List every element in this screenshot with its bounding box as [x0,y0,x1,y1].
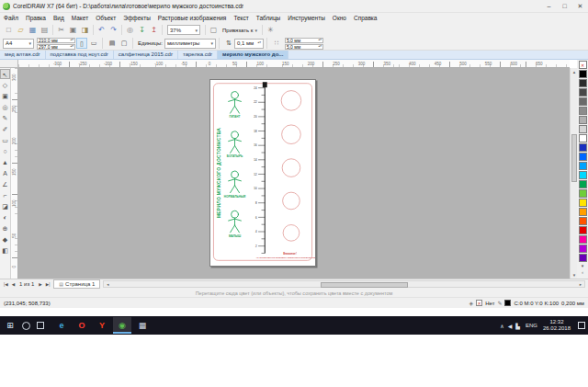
palette-swatch-ff00a0[interactable] [579,235,587,244]
zoom-level-select[interactable]: 37%▾ [167,25,200,35]
first-page-button[interactable]: |◀ [2,282,10,287]
task-view-icon[interactable] [37,322,44,329]
drawing-canvas[interactable]: 24681012141618202224ГИГАНТБОГАТЫРЬНОРМАЛ… [18,68,570,279]
cut-icon[interactable]: ✂ [55,24,67,36]
palette-swatch-484848[interactable] [579,88,587,97]
document-page[interactable]: 24681012141618202224ГИГАНТБОГАТЫРЬНОРМАЛ… [209,79,316,267]
palette-swatch-00a550[interactable] [579,180,587,188]
previous-page-button[interactable]: ◀ [10,282,17,287]
page-size-preset-select[interactable]: A4 ▾ [3,39,34,49]
palette-swatch-ff5400[interactable] [579,217,587,225]
outline-color-swatch[interactable] [504,300,511,306]
document-tab-1[interactable]: мед алтая.cdr [0,51,46,59]
menu-item-2[interactable]: Правка [22,13,50,23]
snap-to-dropdown[interactable]: Привязать к▾ [220,25,260,35]
vertical-ruler[interactable]: 300250200150100500 [11,68,18,279]
copy-icon[interactable]: ▣ [67,24,79,36]
menu-item-10[interactable]: Инструменты [284,13,329,23]
stepper-icon[interactable]: ▴▾ [318,39,322,42]
palette-swatch-b400d8[interactable] [579,245,587,253]
action-center-icon[interactable] [578,322,585,329]
coreldraw-taskbar-icon[interactable]: ◉ [113,317,131,334]
units-select[interactable]: миллиметры ▾ [164,39,216,49]
document-tab-2[interactable]: подставка под ноут.cdr [46,51,114,59]
drop-shadow-tool[interactable]: ◪ [0,201,10,211]
zoom-tool[interactable]: ◎ [0,102,10,112]
polygon-tool[interactable]: ▲ [0,157,10,167]
horizontal-scroll-thumb[interactable] [321,282,408,288]
menu-item-1[interactable]: Файл [0,13,22,23]
palette-swatch-00a3ff[interactable] [579,162,587,170]
rectangle-tool[interactable]: ▭ [0,135,10,145]
fill-none-swatch[interactable]: ✕ [476,300,482,306]
search-content-icon[interactable]: ◎ [124,24,136,36]
menu-item-3[interactable]: Вид [50,13,68,23]
vertical-scroll-thumb[interactable] [571,134,577,182]
maximize-button[interactable]: □ [557,0,572,12]
palette-swatch-none[interactable]: ✕ [579,61,587,69]
import-icon[interactable]: ↧ [136,24,148,36]
dimension-tool[interactable]: ∠ [0,179,10,189]
menu-item-9[interactable]: Таблицы [253,13,285,23]
palette-swatch-2b2b2b[interactable] [579,79,587,87]
start-button[interactable]: ⊞ [0,316,20,335]
stepper-icon[interactable]: ▴▾ [318,45,322,49]
palette-swatch-6a00b8[interactable] [579,254,587,262]
next-page-button[interactable]: ▶ [37,282,43,287]
palette-scroll-button[interactable]: ▾ [579,263,587,269]
nudge-offset-field[interactable]: 0,1 мм ▴▾ [234,39,264,49]
menu-item-8[interactable]: Текст [230,13,252,23]
language-indicator[interactable]: ENG [526,323,537,328]
menu-item-11[interactable]: Окно [329,13,350,23]
menu-item-4[interactable]: Макет [68,13,92,23]
portrait-orientation-button[interactable]: ▯ [76,38,87,49]
palette-swatch-ffe500[interactable] [579,199,587,207]
artistic-media-tool[interactable]: ✐ [0,124,10,134]
duplicate-y-field[interactable]: 5,0 мм ▴▾ [285,44,323,50]
export-icon[interactable]: ↥ [148,24,160,36]
text-tool[interactable]: А [0,168,10,178]
edge-browser-icon[interactable]: e [52,317,71,334]
palette-swatch-000000[interactable] [579,70,587,78]
fullscreen-preview-icon[interactable]: ▢ [208,24,220,36]
file-explorer-icon[interactable]: ▦ [133,317,152,334]
opera-browser-icon[interactable]: O [73,317,91,334]
interactive-fill-tool[interactable]: ◧ [0,245,10,256]
palette-swatch-0066ff[interactable] [579,153,587,161]
document-tab-5[interactable]: мерило мужского до... [218,51,288,59]
scroll-left-arrow[interactable]: ◂ [104,281,111,288]
duplicate-x-field[interactable]: 5,0 мм ▴▾ [285,38,323,43]
new-document-icon[interactable]: □ [3,24,15,36]
network-icon[interactable]: ▙ [515,323,520,329]
color-eyedropper-tool[interactable]: ⊕ [0,223,10,233]
last-page-button[interactable]: ▶| [44,282,52,287]
current-page-layout-button[interactable]: ▢ [119,38,130,49]
horizontal-scrollbar[interactable]: ◂ ▸ [103,280,585,288]
vertical-scrollbar[interactable]: ▴ ▾ [570,68,577,279]
ruler-origin-button[interactable] [0,60,18,68]
palette-swatch-e60000[interactable] [579,226,587,234]
pick-tool[interactable]: ↖ [0,69,10,79]
palette-swatch-6a6a6a[interactable] [579,97,587,106]
search-icon[interactable] [22,322,30,330]
stepper-icon[interactable]: ▴▾ [70,45,74,49]
landscape-orientation-button[interactable]: ▭ [88,38,99,49]
close-button[interactable]: ✕ [572,0,588,12]
all-pages-layout-button[interactable]: ▤ [107,38,118,49]
menu-item-12[interactable]: Справка [350,13,381,23]
palette-swatch-ff9e00[interactable] [579,208,587,216]
transparency-tool[interactable]: ◐ [0,212,10,222]
document-tab-3[interactable]: салфетница 2015.cdr [114,51,178,59]
page-tab[interactable]: ▤ Страница 1 [53,279,100,289]
document-tab-4[interactable]: тарелка.cdr [178,51,218,59]
palette-flyout-button[interactable]: ‹ [579,269,587,276]
menu-item-7[interactable]: Растровые изображения [154,13,231,23]
redo-icon[interactable]: ↷ [107,24,119,36]
stepper-icon[interactable]: ▴▾ [257,41,261,45]
palette-swatch-8c8c8c[interactable] [579,107,587,115]
horizontal-ruler[interactable]: -300-250-200-150-100-5005010015020025030… [18,60,570,68]
open-icon[interactable]: ▱ [15,24,27,36]
yandex-browser-icon[interactable]: Y [93,317,111,334]
page-height-field[interactable]: 297,0 мм ▴▾ [37,44,75,50]
menu-item-5[interactable]: Объект [92,13,119,23]
